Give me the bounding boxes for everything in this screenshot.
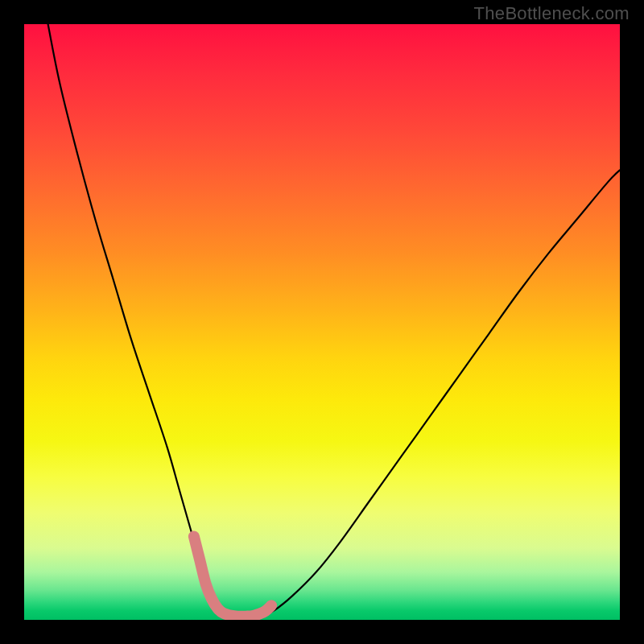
plot-area [24,24,620,620]
chart-svg [24,24,620,620]
pink-overlay-curve [194,536,271,616]
chart-frame: TheBottleneck.com [0,0,644,644]
main-curve [48,24,620,617]
watermark-text: TheBottleneck.com [474,3,630,24]
